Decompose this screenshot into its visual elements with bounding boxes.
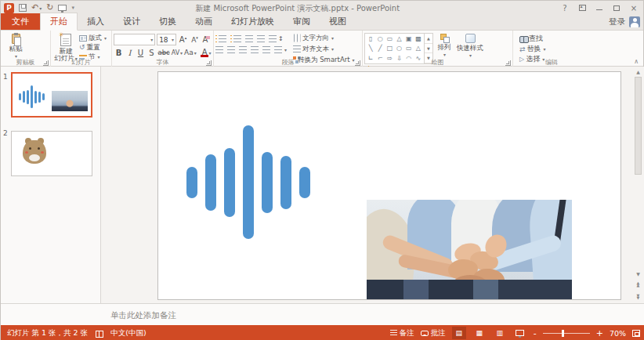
paragraph-dialog-launcher[interactable]: [355, 60, 360, 66]
font-dialog-launcher[interactable]: [206, 60, 212, 66]
tab-动画[interactable]: 动画: [186, 13, 222, 30]
spellcheck-icon[interactable]: [96, 330, 103, 337]
slideshow-view-button[interactable]: [513, 327, 527, 339]
clipboard-dialog-launcher[interactable]: [43, 60, 49, 66]
text-direction-button[interactable]: 文字方向▾: [293, 34, 355, 42]
numbering-icon[interactable]: [233, 35, 241, 42]
character-spacing-button[interactable]: AV▾: [171, 47, 183, 58]
justify-icon[interactable]: [251, 46, 259, 53]
shape-cell[interactable]: ▭: [387, 35, 393, 42]
shapes-scroll-down-icon[interactable]: ▼: [425, 44, 432, 54]
minimize-button[interactable]: [592, 2, 607, 14]
comments-toggle-button[interactable]: 批注: [421, 328, 446, 338]
slide-sorter-view-button[interactable]: ▦: [472, 327, 487, 339]
align-left-icon[interactable]: [215, 46, 223, 53]
decrease-indent-icon[interactable]: [245, 35, 253, 42]
thumbnail-slide-2[interactable]: [11, 131, 92, 176]
drawing-dialog-launcher[interactable]: [505, 60, 511, 66]
save-icon[interactable]: [19, 4, 27, 12]
tab-幻灯片放映[interactable]: 幻灯片放映: [222, 13, 284, 30]
align-right-icon[interactable]: [239, 46, 247, 53]
bold-button[interactable]: B: [114, 47, 124, 58]
shape-cell[interactable]: ▣: [406, 35, 412, 42]
shrink-font-button[interactable]: A▾: [190, 34, 200, 45]
powerpoint-logo-icon: P: [4, 3, 14, 13]
shape-cell[interactable]: △: [416, 45, 421, 52]
next-slide-icon[interactable]: ▼▼: [633, 292, 643, 302]
shape-cell[interactable]: ▯: [369, 35, 372, 42]
font-name-combo[interactable]: ▾: [114, 34, 155, 45]
increase-indent-icon[interactable]: [257, 35, 265, 42]
italic-button[interactable]: I: [125, 47, 135, 58]
shape-cell[interactable]: ○: [396, 45, 402, 52]
team-photo[interactable]: [367, 200, 572, 299]
shape-cell[interactable]: ╱: [378, 45, 382, 52]
zoom-slider-thumb[interactable]: [562, 330, 564, 337]
collapse-ribbon-icon[interactable]: ∧: [634, 58, 639, 65]
scroll-down-icon[interactable]: ▼: [633, 269, 643, 278]
previous-slide-icon[interactable]: ▲▲: [633, 280, 643, 289]
fit-slide-to-window-icon[interactable]: [632, 330, 640, 337]
tab-开始[interactable]: 开始: [40, 13, 78, 31]
tab-视图[interactable]: 视图: [320, 13, 356, 30]
shape-cell[interactable]: △: [397, 35, 402, 42]
layout-button[interactable]: 版式▾: [79, 34, 107, 42]
tab-审阅[interactable]: 审阅: [284, 13, 320, 30]
align-center-icon[interactable]: [227, 46, 235, 53]
distribute-icon[interactable]: [262, 46, 270, 53]
sound-wave-graphic[interactable]: [186, 125, 310, 239]
shapes-scroll-up-icon[interactable]: ▲: [425, 34, 432, 44]
normal-view-button[interactable]: ▤: [452, 327, 466, 339]
undo-icon[interactable]: ↶▾: [31, 3, 42, 13]
thumbnail-slide-1[interactable]: [11, 72, 92, 118]
tab-文件[interactable]: 文件: [1, 13, 40, 30]
close-button[interactable]: ×: [626, 2, 642, 14]
replace-button[interactable]: ⇄替换▾: [519, 45, 588, 53]
tab-切换[interactable]: 切换: [150, 13, 186, 30]
language-indicator[interactable]: 中文(中国): [110, 328, 146, 338]
underline-button[interactable]: U: [136, 47, 146, 58]
start-slideshow-icon[interactable]: [58, 5, 67, 11]
shadow-button[interactable]: S: [147, 47, 157, 58]
zoom-out-button[interactable]: -: [534, 328, 537, 338]
columns-button[interactable]: ▾: [274, 45, 287, 54]
font-size-combo[interactable]: 18▾: [157, 34, 176, 45]
thumbnail-team-photo: [52, 91, 88, 111]
zoom-slider[interactable]: [543, 333, 590, 334]
shape-cell[interactable]: □: [387, 45, 393, 52]
scroll-up-icon[interactable]: ▲: [633, 67, 643, 76]
shape-cell[interactable]: ╲: [369, 45, 373, 52]
line-spacing-button[interactable]: ↕: [269, 34, 284, 43]
restore-button[interactable]: [609, 2, 624, 14]
reset-button[interactable]: ↺重置: [79, 43, 107, 52]
find-button[interactable]: 查找: [519, 34, 588, 43]
strikethrough-button[interactable]: abc: [157, 47, 170, 58]
reading-view-button[interactable]: ▥: [493, 327, 507, 339]
zoom-percentage[interactable]: 70%: [610, 329, 626, 338]
vertical-scrollbar[interactable]: ▲ ▼ ▲▲ ▼▼: [633, 67, 643, 303]
ribbon-display-options-button[interactable]: [574, 2, 590, 14]
help-button[interactable]: ?: [557, 2, 573, 14]
notes-pane[interactable]: 单击此处添加备注: [1, 303, 644, 325]
scrollbar-thumb[interactable]: [635, 77, 642, 175]
slide-page[interactable]: [157, 71, 621, 300]
notes-placeholder[interactable]: 单击此处添加备注: [110, 310, 176, 321]
notes-toggle-button[interactable]: 备注: [390, 328, 414, 338]
tab-设计[interactable]: 设计: [114, 13, 150, 30]
shape-cell[interactable]: ▩: [415, 35, 421, 42]
zoom-in-button[interactable]: +: [596, 328, 603, 338]
shape-cell[interactable]: ▭: [406, 45, 412, 52]
sign-in-label[interactable]: 登录: [609, 16, 625, 27]
clear-formatting-button[interactable]: A: [201, 34, 212, 45]
sign-in-area[interactable]: 登录: [609, 16, 640, 27]
grow-font-button[interactable]: A▴: [178, 34, 188, 45]
font-color-button[interactable]: A▾: [197, 47, 212, 58]
align-text-button[interactable]: 对齐文本▾: [293, 45, 355, 53]
customize-qat-icon[interactable]: ▾: [71, 3, 74, 13]
tab-插入[interactable]: 插入: [78, 13, 114, 30]
bullets-icon[interactable]: [219, 35, 226, 42]
shape-cell[interactable]: ○: [378, 35, 383, 42]
redo-icon[interactable]: ↻: [46, 3, 53, 13]
change-case-button[interactable]: Aa▾: [184, 47, 197, 58]
account-person-icon[interactable]: [629, 16, 640, 27]
